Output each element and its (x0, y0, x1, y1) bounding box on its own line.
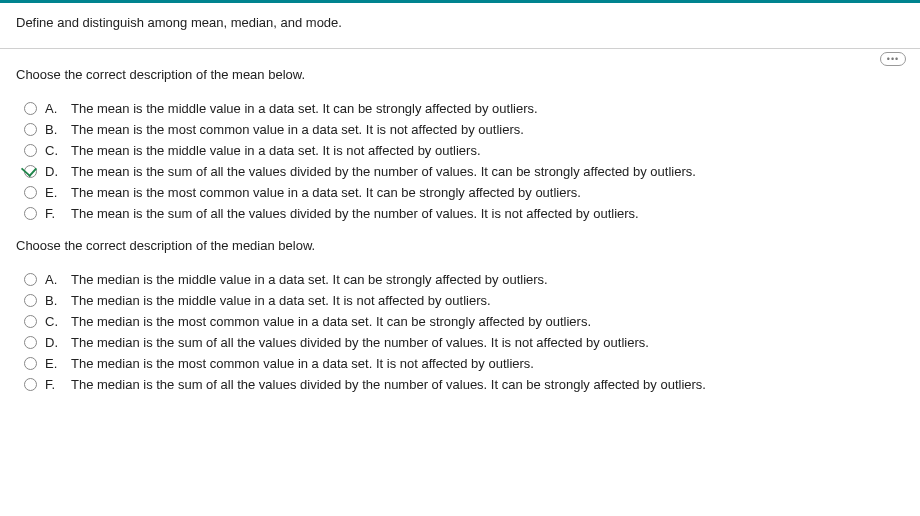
radio-icon[interactable] (24, 102, 37, 115)
option-text: The mean is the middle value in a data s… (71, 143, 904, 158)
option-letter: E. (45, 356, 63, 371)
part1-option-c[interactable]: C. The mean is the middle value in a dat… (24, 140, 904, 161)
radio-icon[interactable] (24, 123, 37, 136)
option-text: The median is the sum of all the values … (71, 335, 904, 350)
radio-icon-selected[interactable] (24, 165, 37, 178)
radio-icon[interactable] (24, 315, 37, 328)
part2-options: A. The median is the middle value in a d… (24, 269, 904, 395)
radio-icon[interactable] (24, 378, 37, 391)
content-area: Choose the correct description of the me… (0, 49, 920, 407)
radio-icon[interactable] (24, 336, 37, 349)
radio-icon[interactable] (24, 144, 37, 157)
part1-option-f[interactable]: F. The mean is the sum of all the values… (24, 203, 904, 224)
part1-option-a[interactable]: A. The mean is the middle value in a dat… (24, 98, 904, 119)
part2-option-c[interactable]: C. The median is the most common value i… (24, 311, 904, 332)
part2-option-f[interactable]: F. The median is the sum of all the valu… (24, 374, 904, 395)
option-text: The mean is the most common value in a d… (71, 185, 904, 200)
option-letter: D. (45, 164, 63, 179)
part1-prompt: Choose the correct description of the me… (16, 67, 904, 82)
part2-option-d[interactable]: D. The median is the sum of all the valu… (24, 332, 904, 353)
option-text: The mean is the middle value in a data s… (71, 101, 904, 116)
option-letter: B. (45, 122, 63, 137)
option-letter: C. (45, 314, 63, 329)
option-text: The median is the sum of all the values … (71, 377, 904, 392)
help-button[interactable]: ••• (880, 52, 906, 66)
option-text: The mean is the sum of all the values di… (71, 206, 904, 221)
radio-icon[interactable] (24, 207, 37, 220)
option-letter: D. (45, 335, 63, 350)
part1-option-d[interactable]: D. The mean is the sum of all the values… (24, 161, 904, 182)
option-text: The median is the most common value in a… (71, 356, 904, 371)
option-letter: A. (45, 272, 63, 287)
option-text: The median is the middle value in a data… (71, 293, 904, 308)
option-letter: F. (45, 377, 63, 392)
option-letter: F. (45, 206, 63, 221)
option-letter: C. (45, 143, 63, 158)
radio-icon[interactable] (24, 186, 37, 199)
ellipsis-icon: ••• (887, 54, 899, 64)
option-letter: A. (45, 101, 63, 116)
radio-icon[interactable] (24, 357, 37, 370)
question-header: Define and distinguish among mean, media… (0, 3, 920, 49)
option-text: The median is the most common value in a… (71, 314, 904, 329)
part2-prompt: Choose the correct description of the me… (16, 238, 904, 253)
radio-icon[interactable] (24, 273, 37, 286)
option-letter: B. (45, 293, 63, 308)
option-text: The mean is the most common value in a d… (71, 122, 904, 137)
part1-option-e[interactable]: E. The mean is the most common value in … (24, 182, 904, 203)
part2-option-e[interactable]: E. The median is the most common value i… (24, 353, 904, 374)
part2-option-b[interactable]: B. The median is the middle value in a d… (24, 290, 904, 311)
option-text: The median is the middle value in a data… (71, 272, 904, 287)
question-text: Define and distinguish among mean, media… (16, 15, 342, 30)
part2-option-a[interactable]: A. The median is the middle value in a d… (24, 269, 904, 290)
option-letter: E. (45, 185, 63, 200)
radio-icon[interactable] (24, 294, 37, 307)
option-text: The mean is the sum of all the values di… (71, 164, 904, 179)
part1-options: A. The mean is the middle value in a dat… (24, 98, 904, 224)
part1-option-b[interactable]: B. The mean is the most common value in … (24, 119, 904, 140)
